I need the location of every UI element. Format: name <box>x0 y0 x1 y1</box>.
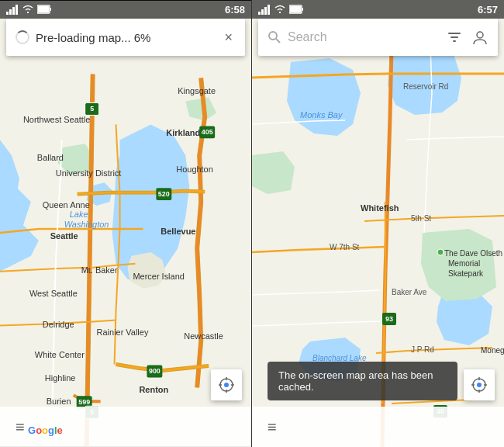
svg-text:Highline: Highline <box>45 373 76 383</box>
svg-point-76 <box>477 32 483 38</box>
svg-rect-73 <box>290 6 301 12</box>
svg-text:Baker Ave: Baker Ave <box>392 288 427 296</box>
wifi-icon <box>22 4 34 15</box>
left-status-bar: 6:58 <box>0 0 251 19</box>
search-actions <box>447 29 488 46</box>
right-panel: 93 40 Monks Bay Reservoir Rd Whitefish 5… <box>252 0 504 447</box>
left-panel: 5 405 520 900 599 5 Kingsgate Northwest … <box>0 0 252 447</box>
svg-text:Mercer Island: Mercer Island <box>133 272 184 281</box>
left-search-bar[interactable]: Pre-loading map... 6% × <box>6 19 245 56</box>
svg-rect-68 <box>261 9 264 15</box>
svg-text:Bellevue: Bellevue <box>161 227 195 236</box>
svg-text:White Center: White Center <box>35 350 85 359</box>
left-status-icons <box>6 4 53 15</box>
svg-text:Newcastle: Newcastle <box>184 331 223 341</box>
loading-indicator <box>16 30 29 44</box>
svg-text:J P Rd: J P Rd <box>411 345 434 354</box>
toast-text: The on-screen map area has been cached. <box>278 369 433 393</box>
svg-text:Memorial: Memorial <box>448 259 480 268</box>
svg-text:Monks Bay: Monks Bay <box>300 110 343 120</box>
svg-point-44 <box>224 383 229 387</box>
right-status-icons <box>258 4 305 15</box>
filter-icon[interactable] <box>447 29 462 45</box>
svg-text:Whitefish: Whitefish <box>361 203 399 213</box>
svg-text:Queen Anne: Queen Anne <box>43 200 90 210</box>
profile-icon[interactable] <box>471 29 488 46</box>
svg-point-74 <box>269 32 277 40</box>
svg-text:Burien: Burien <box>47 397 71 406</box>
svg-text:Seattle: Seattle <box>50 231 78 241</box>
svg-text:Moneg: Moneg <box>481 346 504 355</box>
svg-rect-72 <box>302 8 303 11</box>
svg-text:Kingsgate: Kingsgate <box>178 86 216 95</box>
svg-rect-69 <box>264 7 267 15</box>
svg-text:Rainier Valley: Rainier Valley <box>97 327 149 337</box>
svg-text:The Dave Olseth: The Dave Olseth <box>444 249 502 258</box>
svg-line-75 <box>276 39 280 43</box>
svg-text:Kirkland: Kirkland <box>166 128 200 137</box>
svg-text:Houghton: Houghton <box>176 165 213 174</box>
svg-rect-42 <box>38 6 49 12</box>
svg-text:Reservoir Rd: Reservoir Rd <box>403 82 448 91</box>
svg-text:W 7th St: W 7th St <box>330 243 360 251</box>
right-signal-icon <box>258 4 271 15</box>
svg-rect-38 <box>12 7 15 15</box>
svg-rect-41 <box>50 8 51 11</box>
svg-text:Lake: Lake <box>70 210 88 219</box>
svg-point-78 <box>477 383 482 387</box>
loading-spinner <box>16 30 29 44</box>
cache-toast: The on-screen map area has been cached. <box>268 362 457 400</box>
svg-text:405: 405 <box>202 128 213 136</box>
battery-icon <box>37 4 53 15</box>
svg-text:Mt. Baker: Mt. Baker <box>81 265 118 275</box>
svg-text:Washington: Washington <box>64 220 109 229</box>
svg-text:Skatepark: Skatepark <box>448 269 484 278</box>
svg-text:599: 599 <box>78 398 90 406</box>
right-battery-icon <box>289 4 305 15</box>
left-bottom-bar: ≡ Google <box>0 407 251 447</box>
search-text: Pre-loading map... 6% <box>36 31 221 44</box>
svg-rect-70 <box>268 5 270 15</box>
svg-text:520: 520 <box>158 190 170 198</box>
right-search-bar[interactable]: Search <box>258 19 498 56</box>
right-time: 6:57 <box>478 4 498 16</box>
left-location-button[interactable] <box>211 369 242 400</box>
svg-text:Northwest Seattle: Northwest Seattle <box>23 115 90 124</box>
svg-text:5th St: 5th St <box>411 214 431 223</box>
svg-text:900: 900 <box>149 367 161 375</box>
svg-text:5: 5 <box>90 105 94 113</box>
right-wifi-icon <box>274 4 286 15</box>
signal-icon <box>6 4 19 15</box>
right-bottom-bar: ≡ <box>252 407 504 447</box>
search-input[interactable]: Search <box>288 30 440 44</box>
right-location-icon <box>471 377 487 393</box>
google-logo: Google <box>28 424 63 436</box>
svg-text:Renton: Renton <box>139 385 168 394</box>
right-status-bar: 6:57 <box>252 0 504 19</box>
svg-text:West Seattle: West Seattle <box>29 289 78 298</box>
left-time: 6:58 <box>225 4 245 16</box>
right-menu-button[interactable]: ≡ <box>261 412 283 442</box>
svg-text:Ballard: Ballard <box>37 153 64 162</box>
location-icon <box>219 377 234 393</box>
svg-rect-37 <box>9 9 12 15</box>
svg-text:University District: University District <box>56 168 122 178</box>
svg-text:93: 93 <box>385 315 393 323</box>
right-location-button[interactable] <box>464 369 495 400</box>
svg-point-66 <box>437 249 444 255</box>
svg-rect-36 <box>6 12 9 15</box>
svg-rect-39 <box>16 5 18 15</box>
svg-rect-67 <box>258 12 261 15</box>
svg-text:Delridge: Delridge <box>43 320 74 329</box>
search-close-button[interactable]: × <box>221 26 236 49</box>
search-icon <box>268 30 281 44</box>
